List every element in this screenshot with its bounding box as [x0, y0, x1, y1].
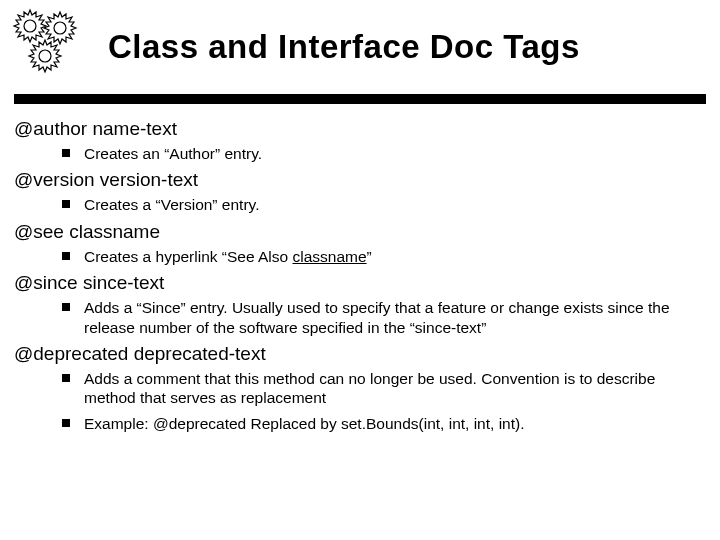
- list-item: Adds a “Since” entry. Usually used to sp…: [62, 298, 706, 337]
- tag-heading: @see classname: [14, 221, 706, 243]
- content: @author name-text Creates an “Author” en…: [14, 116, 706, 439]
- bullet-text: Adds a comment that this method can no l…: [84, 369, 706, 408]
- text-prefix: Creates a hyperlink “See Also: [84, 248, 293, 265]
- divider-bar: [14, 94, 706, 104]
- bullet-icon: [62, 419, 70, 427]
- bullet-text: Creates an “Author” entry.: [84, 144, 262, 163]
- bullet-text: Creates a “Version” entry.: [84, 195, 259, 214]
- bullet-icon: [62, 200, 70, 208]
- bullet-text: Example: @deprecated Replaced by set.Bou…: [84, 414, 525, 433]
- text-suffix: ”: [367, 248, 372, 265]
- list-item: Creates a hyperlink “See Also classname”: [62, 247, 706, 266]
- tag-heading: @since since-text: [14, 272, 706, 294]
- svg-point-0: [24, 20, 36, 32]
- bullet-icon: [62, 303, 70, 311]
- header: Class and Interface Doc Tags: [0, 0, 720, 86]
- bullet-text: Adds a “Since” entry. Usually used to sp…: [84, 298, 706, 337]
- list-item: Creates an “Author” entry.: [62, 144, 706, 163]
- tag-heading: @deprecated deprecated-text: [14, 343, 706, 365]
- tag-heading: @version version-text: [14, 169, 706, 191]
- list-item: Creates a “Version” entry.: [62, 195, 706, 214]
- bullet-icon: [62, 374, 70, 382]
- svg-point-2: [39, 50, 51, 62]
- page-title: Class and Interface Doc Tags: [108, 28, 580, 66]
- bullet-icon: [62, 252, 70, 260]
- svg-point-1: [54, 22, 66, 34]
- gears-icon: [12, 8, 90, 86]
- bullet-text: Creates a hyperlink “See Also classname”: [84, 247, 372, 266]
- list-item: Adds a comment that this method can no l…: [62, 369, 706, 408]
- list-item: Example: @deprecated Replaced by set.Bou…: [62, 414, 706, 433]
- bullet-icon: [62, 149, 70, 157]
- text-underlined: classname: [293, 248, 367, 265]
- tag-heading: @author name-text: [14, 118, 706, 140]
